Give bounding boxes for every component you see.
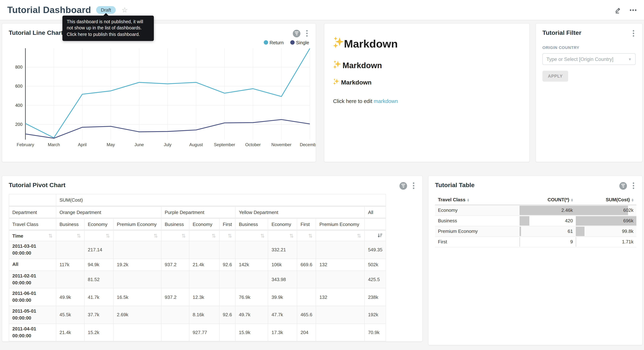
- line-chart-panel: Tutorial Line Chart ReturnSingle 2004006…: [2, 23, 316, 162]
- y-axis-tick: 200: [15, 122, 22, 127]
- legend-item-return[interactable]: Return: [264, 40, 284, 45]
- markdown-edit-link[interactable]: markdown: [374, 98, 398, 104]
- applied-filters-icon[interactable]: [400, 182, 407, 190]
- cell-travel-class: Business: [435, 216, 520, 226]
- pivot-value-cell: 332.21: [268, 241, 297, 258]
- pivot-value-cell: [56, 270, 84, 288]
- pivot-data-row: 2011-03-0100:00:00217.14332.21549.35: [9, 241, 386, 258]
- edit-pencil-icon[interactable]: [614, 6, 622, 14]
- pivot-group-header: Purple Department: [161, 206, 236, 218]
- pivot-value-cell: [316, 270, 365, 288]
- sort-icon[interactable]: ⇅: [212, 233, 216, 239]
- pivot-value-cell: [297, 288, 316, 306]
- sort-icon[interactable]: ⇅: [182, 233, 186, 239]
- pivot-value-cell: 70.9k: [365, 324, 386, 341]
- pivot-row-label: All: [12, 262, 18, 267]
- pivot-value-cell: 21.4k: [56, 324, 84, 341]
- pivot-class-header: Economy: [268, 218, 297, 230]
- sort-icon[interactable]: ⇅: [154, 233, 158, 239]
- pivot-row-label: 2011-03-0100:00:00: [12, 243, 36, 256]
- cell-sum: 99.8k: [576, 226, 636, 236]
- sort-icon[interactable]: ⇅: [48, 233, 52, 239]
- x-axis-tick: March: [48, 142, 60, 147]
- pivot-value-cell: 142k: [236, 258, 268, 270]
- unpublished-tooltip: This dashboard is not published, it will…: [62, 16, 154, 41]
- pivot-kebab-menu-icon[interactable]: [412, 182, 416, 190]
- pivot-data-row: 2011-06-0100:00:0049.9k41.7k16.5k937.212…: [9, 288, 386, 306]
- cell-sum: 696k: [576, 216, 636, 226]
- apply-button[interactable]: APPLY: [542, 71, 568, 82]
- col-header-sum-cost[interactable]: SUM(Cost)▲▼: [576, 195, 636, 205]
- favorite-star-icon[interactable]: ☆: [122, 6, 128, 14]
- sort-icon[interactable]: ⇅: [77, 233, 81, 239]
- sort-icon[interactable]: ⇅: [260, 233, 264, 239]
- sort-carets-icon: ▲▼: [571, 198, 573, 202]
- pivot-value-cell: [219, 241, 236, 258]
- origin-country-label: ORIGIN COUNTRY: [542, 45, 636, 50]
- origin-country-select[interactable]: Type or Select [Origin Country] ▼: [542, 53, 636, 65]
- applied-filters-icon[interactable]: [293, 30, 300, 37]
- sort-icon[interactable]: ⇅: [106, 233, 110, 239]
- pivot-value-cell: 19.2k: [114, 258, 161, 270]
- pivot-value-cell: [161, 306, 189, 324]
- pivot-value-cell: [297, 270, 316, 288]
- cell-sum: 1.71k: [576, 236, 636, 247]
- table-kebab-menu-icon[interactable]: [631, 182, 636, 190]
- pivot-value-cell: [189, 241, 219, 258]
- markdown-h2: Markdown: [333, 60, 521, 71]
- sort-icon[interactable]: ⇅: [228, 233, 232, 239]
- pivot-value-cell: 217.14: [84, 241, 114, 258]
- applied-filters-icon[interactable]: [619, 182, 627, 190]
- pivot-value-cell: [161, 241, 189, 258]
- chart-kebab-menu-icon[interactable]: [305, 30, 309, 37]
- legend-item-single[interactable]: Single: [290, 40, 309, 45]
- x-axis-tick: September: [214, 142, 235, 147]
- pivot-value-cell: 192k: [365, 306, 386, 324]
- sort-desc-icon[interactable]: [378, 233, 382, 238]
- pivot-metric-row: SUM(Cost): [9, 194, 386, 206]
- pivot-metric-header: SUM(Cost): [56, 194, 386, 206]
- legend-dot: [264, 40, 268, 44]
- pivot-value-cell: 45.5k: [56, 306, 84, 324]
- sort-icon[interactable]: ⇅: [357, 233, 361, 239]
- pivot-col-dim-label: Travel Class: [9, 218, 56, 230]
- x-axis-tick: December: [300, 142, 316, 147]
- pivot-class-header: [365, 218, 386, 230]
- pivot-blank-cell: [9, 194, 56, 206]
- x-axis-tick: April: [78, 142, 87, 147]
- pivot-value-cell: 343.98: [268, 270, 297, 288]
- pivot-value-cell: 502k: [365, 258, 386, 270]
- sum-bar: [576, 226, 584, 236]
- pivot-class-header: First: [297, 218, 316, 230]
- legend-dot: [290, 40, 294, 44]
- tooltip-arrow: [103, 13, 109, 16]
- cell-travel-class: Premium Economy: [435, 226, 520, 236]
- more-options-ellipsis-icon[interactable]: [630, 9, 637, 11]
- sort-icon[interactable]: ⇅: [308, 233, 312, 239]
- cell-sum: 602k: [576, 205, 636, 216]
- sparkles-icon: [333, 60, 341, 71]
- markdown-h3: Markdown: [333, 78, 521, 87]
- pivot-value-cell: 937.2: [161, 288, 189, 306]
- pivot-value-cell: 204: [297, 324, 316, 341]
- table-row: First91.71k: [435, 236, 636, 247]
- pivot-value-cell: 465.6: [297, 306, 316, 324]
- pivot-class-header: Business: [236, 218, 268, 230]
- status-badge[interactable]: Draft: [96, 6, 116, 14]
- cell-count: 420: [520, 216, 576, 226]
- pivot-group-header: All: [365, 206, 386, 218]
- table-row: Business420696k: [435, 216, 636, 226]
- markdown-panel: Markdown Markdown Markdown Click here to…: [324, 23, 530, 162]
- markdown-paragraph: Click here to edit markdown: [333, 98, 521, 104]
- sparkles-icon: [333, 37, 344, 51]
- sum-bar: [576, 206, 628, 215]
- col-header-count[interactable]: COUNT(*)▲▼: [520, 195, 576, 205]
- pivot-value-cell: [316, 324, 365, 341]
- filter-kebab-menu-icon[interactable]: [631, 30, 636, 37]
- sort-icon[interactable]: ⇅: [289, 233, 294, 239]
- col-header-travel-class[interactable]: Travel Class▲▼: [435, 195, 520, 205]
- pivot-value-cell: 937.2: [161, 258, 189, 270]
- table-title: Tutorial Table: [435, 182, 474, 189]
- y-axis-tick: 600: [15, 84, 22, 88]
- pivot-value-cell: [114, 241, 161, 258]
